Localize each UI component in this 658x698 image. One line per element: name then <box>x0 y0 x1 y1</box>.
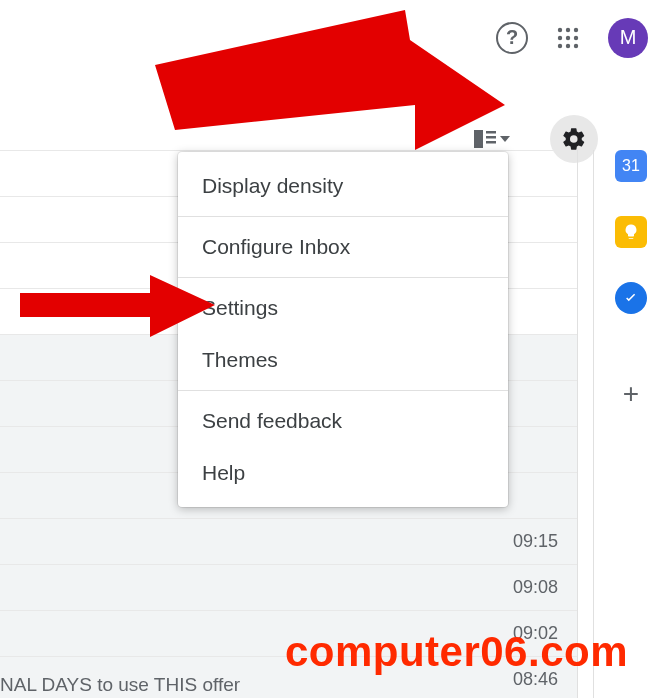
keep-icon[interactable] <box>615 216 647 248</box>
apps-grid-icon <box>556 26 580 50</box>
annotation-arrow <box>20 275 220 349</box>
apps-icon[interactable] <box>548 18 588 58</box>
timestamp: 09:15 <box>513 531 558 552</box>
divider <box>178 390 508 391</box>
watermark-text: computer06.com <box>285 628 628 676</box>
svg-point-3 <box>558 35 562 39</box>
annotation-arrow <box>155 10 515 164</box>
settings-gear-button[interactable] <box>550 115 598 163</box>
svg-marker-14 <box>20 275 215 337</box>
menu-item-configure-inbox[interactable]: Configure Inbox <box>178 221 508 273</box>
menu-item-help[interactable]: Help <box>178 447 508 499</box>
svg-point-6 <box>558 43 562 47</box>
bulb-icon <box>622 223 640 241</box>
table-row[interactable]: 09:15 <box>0 518 578 564</box>
menu-item-display-density[interactable]: Display density <box>178 160 508 212</box>
divider <box>593 150 594 698</box>
svg-point-0 <box>558 27 562 31</box>
menu-item-settings[interactable]: Settings <box>178 282 508 334</box>
gear-icon <box>561 126 587 152</box>
svg-point-5 <box>574 35 578 39</box>
divider <box>577 150 578 698</box>
divider <box>178 277 508 278</box>
check-icon <box>622 289 640 307</box>
divider <box>178 216 508 217</box>
side-panel: 31 + <box>606 150 656 410</box>
table-row[interactable]: 09:08 <box>0 564 578 610</box>
menu-item-themes[interactable]: Themes <box>178 334 508 386</box>
svg-point-8 <box>574 43 578 47</box>
svg-point-4 <box>566 35 570 39</box>
svg-point-1 <box>566 27 570 31</box>
svg-marker-13 <box>155 10 505 150</box>
settings-menu: Display density Configure Inbox Settings… <box>178 152 508 507</box>
svg-point-7 <box>566 43 570 47</box>
timestamp: 09:08 <box>513 577 558 598</box>
calendar-icon[interactable]: 31 <box>615 150 647 182</box>
menu-item-send-feedback[interactable]: Send feedback <box>178 395 508 447</box>
svg-point-2 <box>574 27 578 31</box>
tasks-icon[interactable] <box>615 282 647 314</box>
add-addon-button[interactable]: + <box>623 378 639 410</box>
message-snippet: NAL DAYS to use THIS offer <box>0 674 240 696</box>
account-avatar[interactable]: M <box>608 18 648 58</box>
